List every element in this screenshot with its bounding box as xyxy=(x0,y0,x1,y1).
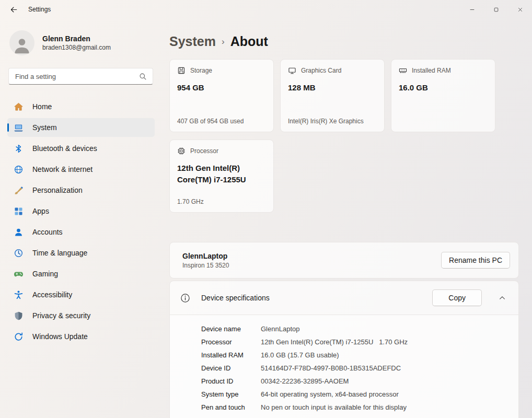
system-icon xyxy=(14,123,24,133)
sidebar-item-label: Personalization xyxy=(32,186,83,194)
spec-row: Pen and touch No pen or touch input is a… xyxy=(201,401,518,414)
ram-icon xyxy=(399,66,407,75)
sidebar-item-update[interactable]: Windows Update xyxy=(7,327,155,346)
spec-label: System type xyxy=(201,388,261,401)
accessibility-icon xyxy=(14,290,24,300)
processor-card: Processor 12th Gen Intel(R) Core(TM) i7-… xyxy=(169,140,274,213)
card-label: Graphics Card xyxy=(301,67,341,74)
spec-label: Product ID xyxy=(201,375,261,388)
accounts-icon xyxy=(14,227,24,237)
device-model: Inspiron 15 3520 xyxy=(182,262,229,269)
sidebar-item-label: Network & internet xyxy=(32,165,92,173)
device-specifications-card: Device specifications Copy Device name G… xyxy=(169,281,519,418)
chevron-up-icon xyxy=(499,294,506,301)
card-value: 16.0 GB xyxy=(399,82,488,94)
card-label: Installed RAM xyxy=(412,67,451,74)
graphics-card: Graphics Card 128 MB Intel(R) Iris(R) Xe… xyxy=(280,59,385,132)
page-title: About xyxy=(230,34,268,49)
card-label: Storage xyxy=(190,67,212,74)
home-icon xyxy=(14,102,24,112)
sidebar-item-home[interactable]: Home xyxy=(7,97,155,116)
person-icon xyxy=(13,37,31,55)
sidebar-item-privacy[interactable]: Privacy & security xyxy=(7,306,155,325)
sidebar-item-accounts[interactable]: Accounts xyxy=(7,223,155,241)
search-input[interactable] xyxy=(9,73,139,80)
sidebar-item-bluetooth[interactable]: Bluetooth & devices xyxy=(7,139,155,158)
sidebar-item-label: Accounts xyxy=(32,228,63,236)
sidebar-item-label: System xyxy=(32,123,57,132)
spec-value: 00342-22236-32895-AAOEM xyxy=(261,375,349,388)
spec-row: Device ID 514164D7-F78D-4997-B0B0-1B5315… xyxy=(201,362,518,375)
card-detail: Intel(R) Iris(R) Xe Graphics xyxy=(288,118,377,125)
ram-card: Installed RAM 16.0 GB xyxy=(391,59,495,132)
search-icon xyxy=(139,73,147,80)
sidebar-item-system[interactable]: System xyxy=(7,118,155,137)
back-button[interactable] xyxy=(5,2,22,17)
window-controls xyxy=(460,0,532,19)
maximize-icon xyxy=(493,7,499,13)
time-language-icon xyxy=(14,248,24,258)
device-specifications-header[interactable]: Device specifications Copy xyxy=(170,281,518,315)
device-name: GlennLaptop xyxy=(182,252,229,260)
card-label: Processor xyxy=(190,147,218,155)
bluetooth-icon xyxy=(14,144,24,154)
spec-value: 12th Gen Intel(R) Core(TM) i7-1255U 1.70… xyxy=(261,335,408,349)
info-icon xyxy=(180,293,190,303)
spec-label: Device ID xyxy=(201,362,261,375)
storage-card: Storage 954 GB 407 GB of 954 GB used xyxy=(169,59,274,132)
sidebar: Glenn Braden braden1308@gmail.com Home S… xyxy=(0,19,162,418)
breadcrumb-system[interactable]: System xyxy=(169,34,216,49)
sidebar-item-time[interactable]: Time & language xyxy=(7,243,155,262)
device-name-card: GlennLaptop Inspiron 15 3520 Rename this… xyxy=(169,242,519,278)
spec-row: Product ID 00342-22236-32895-AAOEM xyxy=(201,375,518,388)
minimize-button[interactable] xyxy=(460,0,484,19)
rename-pc-button[interactable]: Rename this PC xyxy=(441,252,510,269)
spec-label: Device name xyxy=(201,322,261,335)
card-value: 128 MB xyxy=(288,82,377,94)
privacy-shield-icon xyxy=(14,311,24,321)
close-button[interactable] xyxy=(508,0,532,19)
card-value: 12th Gen Intel(R) Core(TM) i7-1255U xyxy=(177,162,266,185)
sidebar-item-label: Windows Update xyxy=(32,332,88,341)
breadcrumb-separator-icon: › xyxy=(222,36,225,47)
sidebar-nav: Home System Bluetooth & devices Network … xyxy=(0,97,162,346)
device-specifications-title: Device specifications xyxy=(201,294,270,302)
card-detail: 1.70 GHz xyxy=(177,198,266,205)
sidebar-item-gaming[interactable]: Gaming xyxy=(7,264,155,283)
storage-icon xyxy=(177,66,186,75)
breadcrumb: System › About xyxy=(169,32,519,50)
user-email: braden1308@gmail.com xyxy=(42,43,111,52)
spec-row: Processor 12th Gen Intel(R) Core(TM) i7-… xyxy=(201,335,518,349)
sidebar-item-network[interactable]: Network & internet xyxy=(7,160,155,179)
sidebar-item-accessibility[interactable]: Accessibility xyxy=(7,285,155,304)
spec-row: Device name GlennLaptop xyxy=(201,322,518,335)
collapse-button[interactable] xyxy=(493,289,511,306)
summary-cards: Storage 954 GB 407 GB of 954 GB used Gra… xyxy=(169,59,504,213)
card-detail: 407 GB of 954 GB used xyxy=(177,118,266,125)
apps-icon xyxy=(14,206,24,216)
windows-update-icon xyxy=(14,332,24,342)
sidebar-item-label: Time & language xyxy=(32,249,87,257)
search-box xyxy=(8,68,153,85)
spec-row: System type 64-bit operating system, x64… xyxy=(201,388,518,401)
card-detail xyxy=(399,118,488,125)
back-arrow-icon xyxy=(10,6,18,14)
sidebar-item-personalization[interactable]: Personalization xyxy=(7,181,155,200)
sidebar-item-label: Gaming xyxy=(32,270,58,278)
maximize-button[interactable] xyxy=(484,0,508,19)
sidebar-item-label: Apps xyxy=(32,207,49,215)
sidebar-item-label: Accessibility xyxy=(32,291,72,299)
sidebar-item-label: Bluetooth & devices xyxy=(32,144,97,153)
spec-value: 16.0 GB (15.7 GB usable) xyxy=(261,349,339,362)
spec-value: GlennLaptop xyxy=(261,322,299,335)
minimize-icon xyxy=(469,7,475,13)
copy-button[interactable]: Copy xyxy=(432,289,482,306)
close-icon xyxy=(517,7,523,13)
sidebar-item-apps[interactable]: Apps xyxy=(7,202,155,220)
spec-value: 64-bit operating system, x64-based proce… xyxy=(261,388,399,401)
user-name: Glenn Braden xyxy=(42,34,111,43)
spec-label: Installed RAM xyxy=(201,349,261,362)
sidebar-item-label: Privacy & security xyxy=(32,311,90,320)
user-profile[interactable]: Glenn Braden braden1308@gmail.com xyxy=(0,19,162,68)
spec-row: Installed RAM 16.0 GB (15.7 GB usable) xyxy=(201,349,518,362)
